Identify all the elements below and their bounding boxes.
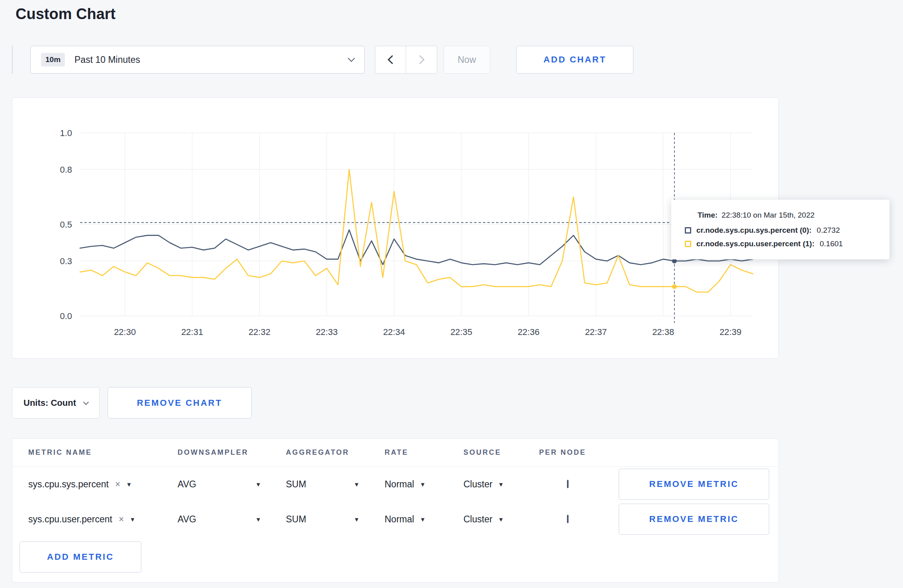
now-button[interactable]: Now [444,46,490,74]
remove-metric-button[interactable]: REMOVE METRIC [619,504,769,535]
tooltip-series-value: 0.1601 [820,239,843,248]
rate-select[interactable]: Normal ▼ [385,479,463,490]
per-node-checkbox[interactable] [567,480,569,488]
aggregator-value: SUM [286,514,306,525]
rate-select[interactable]: Normal ▼ [385,514,463,525]
table-row: sys.cpu.user.percent × ▼ AVG ▼ SUM ▼ Nor… [12,502,778,537]
metric-name-value: sys.cpu.user.percent [28,514,112,525]
page-title: Custom Chart [16,6,903,23]
svg-text:22:30: 22:30 [114,327,136,337]
column-header-source: SOURCE [463,448,539,457]
caret-down-icon: ▼ [126,481,132,488]
chart-actions-row: Units: Count REMOVE CHART [12,387,903,419]
tooltip-series-row: cr.node.sys.cpu.user.percent (1): 0.1601 [685,239,876,248]
column-header-rate: RATE [385,448,463,457]
units-select[interactable]: Units: Count [12,387,100,419]
source-select[interactable]: Cluster ▼ [463,479,539,490]
svg-text:22:38: 22:38 [652,327,674,337]
svg-text:22:33: 22:33 [316,327,338,337]
time-nav-group [375,46,437,74]
chart-toolbar: 10m Past 10 Minutes Now ADD CHART [12,46,903,74]
series-user-legend-icon [685,241,691,247]
aggregator-select[interactable]: SUM ▼ [286,479,360,490]
chart-tooltip: Time:22:38:10 on Mar 15th, 2022 cr.node.… [671,200,889,259]
metrics-table: METRIC NAME DOWNSAMPLER AGGREGATOR RATE … [12,438,779,582]
svg-text:22:35: 22:35 [450,327,472,337]
chevron-down-icon [83,399,89,405]
source-value: Cluster [463,514,493,525]
time-back-button[interactable] [375,46,406,74]
metrics-table-header: METRIC NAME DOWNSAMPLER AGGREGATOR RATE … [12,439,778,467]
units-label: Units: Count [23,398,76,408]
time-range-badge: 10m [41,53,65,66]
svg-text:0.8: 0.8 [60,165,72,175]
downsampler-value: AVG [178,514,196,525]
tooltip-time-row: Time:22:38:10 on Mar 15th, 2022 [685,211,876,220]
svg-text:22:36: 22:36 [518,327,539,337]
series-sys-legend-icon [685,227,691,234]
timeseries-chart[interactable]: 0.00.30.50.81.022:3022:3122:3222:3322:34… [20,109,770,348]
time-range-select[interactable]: 10m Past 10 Minutes [30,46,365,74]
source-select[interactable]: Cluster ▼ [463,514,539,525]
downsampler-value: AVG [178,479,196,490]
clear-metric-icon[interactable]: × [119,515,124,524]
tooltip-series-label: cr.node.sys.cpu.sys.percent (0): [696,226,811,235]
time-range-label: Past 10 Minutes [74,55,349,65]
caret-down-icon: ▼ [129,516,135,523]
chevron-down-icon [348,55,355,62]
metric-name-select[interactable]: sys.cpu.sys.percent × ▼ [28,479,178,490]
column-header-metric-name: METRIC NAME [28,448,178,457]
toolbar-divider [12,46,13,74]
aggregator-value: SUM [286,479,306,490]
chevron-right-icon [415,55,424,64]
caret-down-icon: ▼ [420,516,426,523]
svg-text:0.3: 0.3 [60,256,72,266]
tooltip-series-value: 0.2732 [817,226,840,235]
column-header-aggregator: AGGREGATOR [286,448,385,457]
downsampler-select[interactable]: AVG ▼ [178,514,261,525]
tooltip-time-label: Time: [698,211,717,219]
svg-text:0.0: 0.0 [60,311,72,321]
remove-metric-button[interactable]: REMOVE METRIC [619,469,769,500]
metric-name-value: sys.cpu.sys.percent [28,479,109,490]
caret-down-icon: ▼ [255,481,261,488]
chart-card: 0.00.30.50.81.022:3022:3122:3222:3322:34… [12,97,779,358]
metric-name-select[interactable]: sys.cpu.user.percent × ▼ [28,514,178,525]
caret-down-icon: ▼ [498,481,504,488]
per-node-checkbox[interactable] [567,515,569,523]
tooltip-time-value: 22:38:10 on Mar 15th, 2022 [721,211,814,219]
aggregator-select[interactable]: SUM ▼ [286,514,360,525]
caret-down-icon: ▼ [420,481,426,488]
rate-value: Normal [385,479,414,490]
tooltip-series-label: cr.node.sys.cpu.user.percent (1): [696,239,815,248]
add-metric-button[interactable]: ADD METRIC [20,541,141,572]
remove-chart-button[interactable]: REMOVE CHART [108,387,252,419]
table-row: sys.cpu.sys.percent × ▼ AVG ▼ SUM ▼ Norm… [12,467,778,502]
svg-text:22:31: 22:31 [181,327,203,337]
tooltip-series-row: cr.node.sys.cpu.sys.percent (0): 0.2732 [685,226,876,235]
svg-text:22:34: 22:34 [383,327,405,337]
svg-text:1.0: 1.0 [60,128,72,138]
svg-text:22:32: 22:32 [248,327,270,337]
caret-down-icon: ▼ [255,516,261,523]
svg-text:0.5: 0.5 [60,220,72,230]
caret-down-icon: ▼ [354,516,360,523]
time-forward-button[interactable] [406,46,437,74]
source-value: Cluster [463,479,493,490]
clear-metric-icon[interactable]: × [115,480,120,489]
caret-down-icon: ▼ [498,516,504,523]
column-header-per-node: PER NODE [539,448,614,457]
column-header-downsampler: DOWNSAMPLER [178,448,286,457]
caret-down-icon: ▼ [354,481,360,488]
chevron-left-icon [388,55,397,64]
rate-value: Normal [385,514,414,525]
svg-text:22:37: 22:37 [585,327,607,337]
svg-text:22:39: 22:39 [719,327,741,337]
add-chart-button[interactable]: ADD CHART [516,46,633,74]
downsampler-select[interactable]: AVG ▼ [178,479,261,490]
